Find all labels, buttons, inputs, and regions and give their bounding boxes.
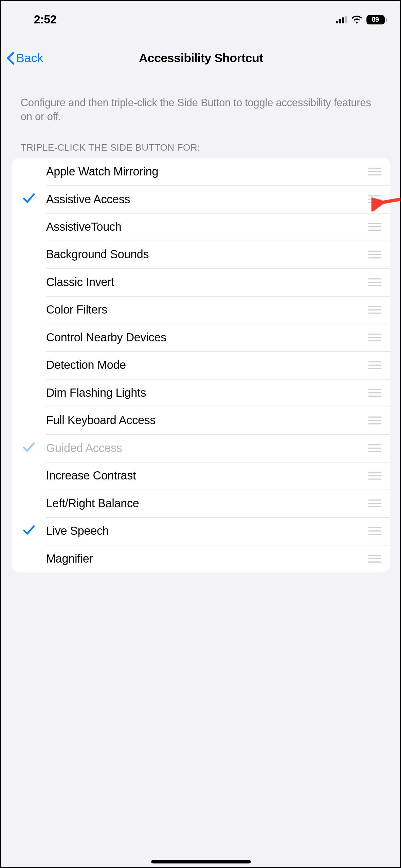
checkmark-column xyxy=(12,441,46,455)
back-button-label: Back xyxy=(16,51,43,65)
list-item[interactable]: AssistiveTouch xyxy=(12,213,390,241)
list-item-label: Assistive Access xyxy=(46,193,368,206)
reorder-handle-icon[interactable] xyxy=(368,168,381,176)
reorder-handle-icon[interactable] xyxy=(368,444,381,452)
list-item[interactable]: Classic Invert xyxy=(12,268,390,296)
checkmark-icon xyxy=(23,193,35,206)
list-item[interactable]: Left/Right Balance xyxy=(12,490,390,517)
list-item[interactable]: Control Nearby Devices xyxy=(12,324,390,351)
reorder-handle-icon[interactable] xyxy=(368,527,381,535)
list-item[interactable]: Full Keyboard Access xyxy=(12,407,390,434)
list-item-label: Guided Access xyxy=(46,441,368,455)
list-item-label: Live Speech xyxy=(46,525,368,538)
reorder-handle-icon[interactable] xyxy=(368,278,381,286)
list-item[interactable]: Detection Mode xyxy=(12,352,390,379)
back-button[interactable]: Back xyxy=(6,51,43,65)
checkmark-icon xyxy=(23,525,35,538)
list-item-label: Apple Watch Mirroring xyxy=(46,165,368,178)
list-item-label: Control Nearby Devices xyxy=(46,331,368,344)
reorder-handle-icon[interactable] xyxy=(368,195,381,204)
reorder-handle-icon[interactable] xyxy=(368,416,381,424)
list-item[interactable]: Color Filters xyxy=(12,296,390,324)
home-indicator xyxy=(151,860,251,864)
reorder-handle-icon[interactable] xyxy=(368,361,381,369)
reorder-handle-icon[interactable] xyxy=(368,251,381,259)
checkmark-column xyxy=(12,525,46,538)
navigation-bar: Back Accessibility Shortcut xyxy=(1,43,401,74)
list-item-label: Full Keyboard Access xyxy=(46,414,368,427)
checkmark-column xyxy=(12,193,46,206)
wifi-icon xyxy=(351,15,362,23)
page-title: Accessibility Shortcut xyxy=(139,51,263,65)
battery-percentage: 89 xyxy=(372,16,379,23)
list-item[interactable]: Live Speech xyxy=(12,517,390,545)
reorder-handle-icon[interactable] xyxy=(368,472,381,480)
list-item[interactable]: Apple Watch Mirroring xyxy=(12,158,390,185)
list-item[interactable]: Assistive Access xyxy=(12,186,390,213)
list-item[interactable]: Increase Contrast xyxy=(12,462,390,490)
list-item[interactable]: Dim Flashing Lights xyxy=(12,379,390,407)
status-time: 2:52 xyxy=(34,13,57,26)
list-item[interactable]: Background Sounds xyxy=(12,241,390,268)
list-item-label: Background Sounds xyxy=(46,248,368,261)
status-bar: 2:52 89 xyxy=(1,1,401,31)
reorder-handle-icon[interactable] xyxy=(368,555,381,563)
section-header: TRIPLE-CLICK THE SIDE BUTTON FOR: xyxy=(1,124,401,158)
list-item[interactable]: Magnifier xyxy=(12,545,390,572)
battery-indicator: 89 xyxy=(366,15,387,24)
reorder-handle-icon[interactable] xyxy=(368,306,381,314)
reorder-handle-icon[interactable] xyxy=(368,499,381,508)
list-item-label: Color Filters xyxy=(46,303,368,317)
list-item[interactable]: Guided Access xyxy=(12,434,390,462)
status-indicators: 89 xyxy=(336,15,387,24)
reorder-handle-icon[interactable] xyxy=(368,389,381,397)
list-item-label: Dim Flashing Lights xyxy=(46,386,368,399)
list-item-label: Increase Contrast xyxy=(46,469,368,483)
cellular-signal-icon xyxy=(336,16,347,23)
list-item-label: Magnifier xyxy=(46,552,368,565)
intro-text: Configure and then triple-click the Side… xyxy=(1,74,401,124)
shortcut-list: Apple Watch MirroringAssistive AccessAss… xyxy=(12,158,390,572)
chevron-left-icon xyxy=(6,52,15,65)
list-item-label: Left/Right Balance xyxy=(46,497,368,510)
reorder-handle-icon[interactable] xyxy=(368,223,381,231)
list-item-label: AssistiveTouch xyxy=(46,220,368,233)
list-item-label: Classic Invert xyxy=(46,276,368,289)
list-item-label: Detection Mode xyxy=(46,359,368,372)
reorder-handle-icon[interactable] xyxy=(368,334,381,342)
checkmark-icon xyxy=(23,441,35,455)
